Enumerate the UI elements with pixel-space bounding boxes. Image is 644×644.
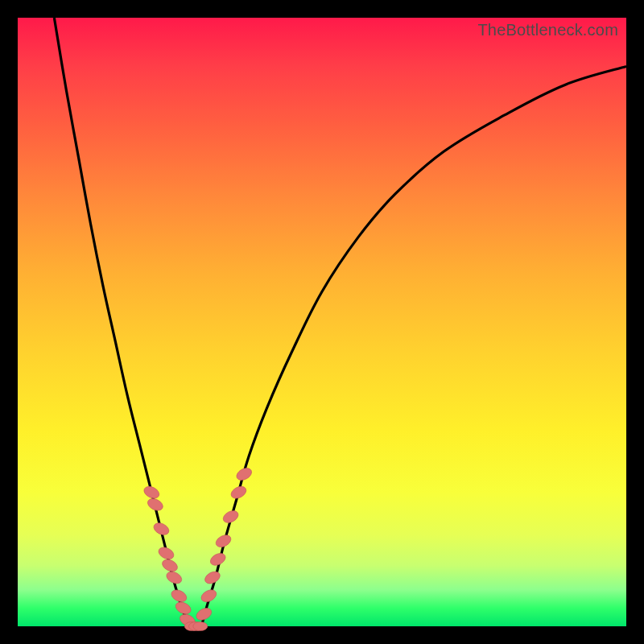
- data-marker: [174, 600, 193, 616]
- data-marker: [160, 557, 180, 573]
- plot-area: TheBottleneck.com: [18, 18, 626, 626]
- chart-frame: TheBottleneck.com: [0, 0, 644, 644]
- data-marker: [170, 588, 189, 604]
- curve-left-branch: [54, 18, 189, 626]
- data-marker: [157, 545, 176, 561]
- data-marker: [203, 569, 222, 586]
- curve-right-branch: [201, 66, 626, 626]
- curves-svg: [18, 18, 626, 626]
- data-marker: [193, 622, 208, 631]
- data-marker: [229, 484, 249, 501]
- data-marker: [142, 484, 161, 500]
- data-marker: [152, 521, 171, 537]
- data-marker: [164, 569, 184, 585]
- data-marker: [146, 497, 165, 513]
